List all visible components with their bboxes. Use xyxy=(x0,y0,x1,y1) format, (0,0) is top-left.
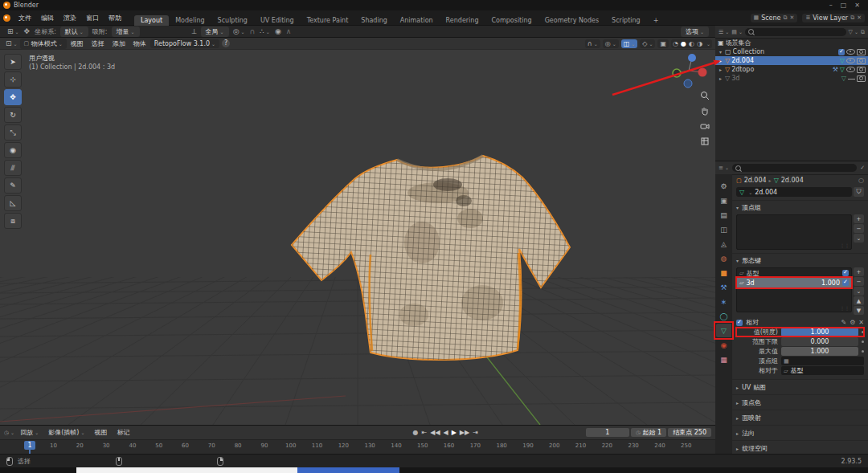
shape-key-mute-checkbox[interactable] xyxy=(842,270,849,276)
properties-search[interactable] xyxy=(732,164,857,172)
properties-tab-modifiers[interactable]: ⚒ xyxy=(716,280,731,294)
collapsed-panel-header[interactable]: ▸纹理空间 xyxy=(732,440,868,454)
properties-tab-scene[interactable]: ◬ xyxy=(716,237,731,251)
properties-tab-output[interactable]: ▤ xyxy=(716,208,731,222)
add-shape-key-button[interactable]: + xyxy=(854,267,864,276)
proportional-falloff-icon[interactable]: ∧ xyxy=(286,27,292,35)
properties-tab-texture[interactable]: ▦ xyxy=(716,353,731,366)
menu-edit[interactable]: 编辑 xyxy=(36,14,59,22)
properties-tab-particles[interactable]: ∗ xyxy=(716,295,731,308)
mode-dropdown[interactable]: ▢ 物体模式⌄ xyxy=(20,39,67,49)
menu-help[interactable]: 帮助 xyxy=(104,14,126,22)
viewport-editor-type-icon[interactable]: ⊡⌄ xyxy=(6,39,18,47)
xray-toggle-icon[interactable]: ▣ xyxy=(657,39,669,48)
vertex-group-field[interactable]: ▦ xyxy=(781,357,864,365)
workspace-tab[interactable]: Texture Paint xyxy=(301,15,355,26)
pin-icon[interactable]: ○ xyxy=(858,177,864,184)
expand-icon[interactable]: ▾ xyxy=(718,49,723,55)
workspace-tab[interactable]: Rendering xyxy=(440,15,485,26)
new-view-layer-icon[interactable]: ⧉ xyxy=(850,14,854,21)
menu-window[interactable]: 窗口 xyxy=(81,14,104,22)
breadcrumb-object[interactable]: 2d.004 xyxy=(744,177,767,184)
move-shape-key-down-button[interactable]: ▼ xyxy=(854,306,864,315)
outliner-search[interactable] xyxy=(745,28,846,36)
workspace-tab[interactable]: Compositing xyxy=(485,15,538,26)
auto-keying-record-icon[interactable]: ● xyxy=(413,429,419,436)
maximize-button[interactable]: □ xyxy=(841,2,847,9)
properties-tab-render[interactable]: ▣ xyxy=(716,194,731,207)
outliner-row-scene-collection[interactable]: ▣ 场景集合 xyxy=(715,39,868,47)
shape-key-value-slider[interactable]: 1.000 xyxy=(781,328,858,336)
fake-user-shield-icon[interactable]: ⛉ xyxy=(854,187,864,197)
gizmo-y-axis[interactable] xyxy=(673,69,681,77)
shape-key-row-basis[interactable]: ▱ 基型 xyxy=(737,268,851,278)
unlink-scene-icon[interactable]: ✕ xyxy=(790,14,795,21)
extrude-tool[interactable]: ◺ xyxy=(4,195,22,211)
collapsed-panel-header[interactable]: ▸法向 xyxy=(732,425,868,440)
viewport-snap-magnet-icon[interactable]: ∩⌄ xyxy=(585,39,600,48)
gizmo-z-neg-axis[interactable] xyxy=(684,80,692,88)
next-keyframe-button[interactable]: ▶▶ xyxy=(460,429,469,436)
workspace-tab[interactable]: Layout xyxy=(134,15,169,26)
playhead[interactable]: 1 xyxy=(24,441,35,450)
animate-dot-icon[interactable] xyxy=(862,350,864,353)
keying-menu[interactable]: 影像(插帧)⌄ xyxy=(44,428,88,437)
render-visibility-icon[interactable] xyxy=(857,49,866,55)
properties-tab-material[interactable]: ◉ xyxy=(716,338,731,352)
hide-eye-icon[interactable] xyxy=(848,78,855,80)
timeline-editor-type-icon[interactable]: ◷⌄ xyxy=(4,430,14,436)
outliner-display-mode-icon[interactable]: ▤⌄ xyxy=(731,29,743,35)
new-scene-icon[interactable]: ⧉ xyxy=(784,14,788,21)
hide-eye-icon[interactable] xyxy=(846,49,855,55)
perspective-toggle-icon[interactable] xyxy=(699,136,710,147)
range-min-field[interactable]: 0.000 xyxy=(781,337,858,346)
zoom-icon[interactable] xyxy=(699,90,710,101)
collection-checkbox[interactable] xyxy=(838,49,845,55)
workspace-tab[interactable]: Scripting xyxy=(605,15,647,26)
pan-hand-icon[interactable] xyxy=(699,105,710,116)
frame-end-field[interactable]: 结束点 250 xyxy=(668,428,711,437)
properties-tab-object-data[interactable]: ▽ xyxy=(716,324,731,337)
hide-eye-icon[interactable] xyxy=(846,67,855,72)
workspace-tab[interactable]: Modeling xyxy=(169,15,211,26)
menu-file[interactable]: 文件 xyxy=(14,14,36,22)
add-cube-tool[interactable]: ⧈ xyxy=(4,213,22,229)
select-menu[interactable]: 选择 xyxy=(88,39,108,48)
properties-tab-world[interactable]: ◍ xyxy=(716,251,731,265)
properties-editor-type-icon[interactable]: ≡⌄ xyxy=(719,165,729,171)
vertex-groups-panel-header[interactable]: ▾顶点组 xyxy=(732,200,868,214)
select-box-tool[interactable]: ➤ xyxy=(4,54,22,70)
camera-view-icon[interactable] xyxy=(699,120,710,132)
shading-wireframe-icon[interactable]: ◔ xyxy=(673,40,678,47)
current-frame-field[interactable]: 1 xyxy=(586,428,629,437)
cursor-tool[interactable]: ⊹ xyxy=(4,71,22,88)
scene-selector[interactable]: ▦ Scene ⧉ ✕ xyxy=(751,14,798,22)
timeline-view-menu[interactable]: 视图 xyxy=(90,428,111,437)
workspace-tab[interactable]: Shading xyxy=(354,15,394,26)
animate-dot-icon[interactable] xyxy=(862,331,864,333)
hide-eye-icon[interactable] xyxy=(846,58,855,63)
play-reverse-button[interactable]: ◀ xyxy=(444,429,448,436)
outliner-row-2d004[interactable]: ▸ ▽ 2d.004 ▽ xyxy=(715,56,868,65)
timeline-ruler[interactable]: 1 10203040506070809010011012013014015016… xyxy=(0,440,715,455)
measure-tool[interactable]: ✎ xyxy=(4,177,22,194)
expand-icon[interactable]: ▸ xyxy=(718,67,723,72)
remove-view-layer-icon[interactable]: ✕ xyxy=(857,14,862,21)
shape-key-lock-icon[interactable]: ⚙ xyxy=(850,319,855,326)
jump-to-end-button[interactable]: ⇥ xyxy=(473,429,478,436)
vertex-group-list-box[interactable]: ⋮⋮ xyxy=(736,214,852,250)
add-menu[interactable]: 添加 xyxy=(108,39,129,48)
render-visibility-icon[interactable] xyxy=(857,67,866,73)
properties-filter-icon[interactable]: ✓ xyxy=(860,165,865,171)
range-max-field[interactable]: 1.000 xyxy=(781,347,858,356)
show-gizmo-icon[interactable]: ◇⌄ xyxy=(640,39,655,48)
proportional-editing-icon[interactable]: ◉ xyxy=(275,27,281,35)
workspace-tab[interactable]: UV Editing xyxy=(254,15,301,26)
transform-orientation-dropdown[interactable]: 全局⌄ xyxy=(201,27,229,37)
vertex-group-specials-button[interactable]: ⌄ xyxy=(854,234,864,243)
view-menu[interactable]: 视图 xyxy=(67,39,88,48)
render-visibility-icon[interactable] xyxy=(857,75,866,82)
collapsed-panel-header[interactable]: ▸UV 贴图 xyxy=(732,379,868,394)
datablock-name-field[interactable]: ▽⌄ 2d.004 xyxy=(736,187,852,197)
add-vertex-group-button[interactable]: + xyxy=(854,214,864,223)
